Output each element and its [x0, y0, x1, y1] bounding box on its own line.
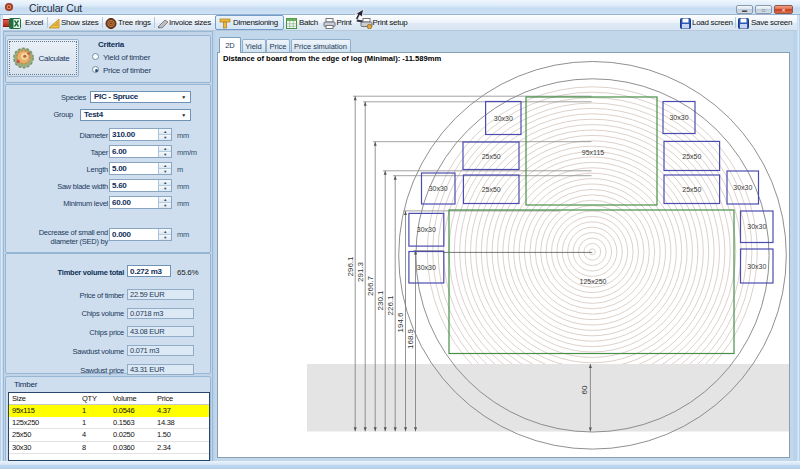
svg-text:30x30: 30x30: [747, 263, 766, 270]
svg-text:226.1: 226.1: [386, 295, 395, 316]
svg-text:25x50: 25x50: [682, 153, 701, 160]
svg-text:194.6: 194.6: [396, 312, 405, 333]
svg-text:266.7: 266.7: [366, 275, 375, 296]
svg-text:30x30: 30x30: [429, 185, 448, 192]
svg-text:30x30: 30x30: [417, 226, 436, 233]
svg-text:30x30: 30x30: [669, 114, 688, 121]
svg-text:30x30: 30x30: [733, 184, 752, 191]
svg-text:296.1: 296.1: [346, 256, 355, 277]
svg-text:25x50: 25x50: [682, 186, 701, 193]
svg-text:95x115: 95x115: [582, 149, 605, 156]
svg-text:60: 60: [580, 385, 589, 394]
svg-text:30x30: 30x30: [747, 223, 766, 230]
svg-text:30x30: 30x30: [494, 115, 513, 122]
svg-text:30x30: 30x30: [417, 264, 436, 271]
svg-text:291.3: 291.3: [356, 261, 365, 282]
svg-text:25x50: 25x50: [482, 186, 501, 193]
svg-text:230.1: 230.1: [376, 290, 385, 311]
svg-text:125x250: 125x250: [580, 278, 607, 285]
svg-text:168.9: 168.9: [406, 328, 415, 349]
svg-text:25x50: 25x50: [482, 153, 501, 160]
